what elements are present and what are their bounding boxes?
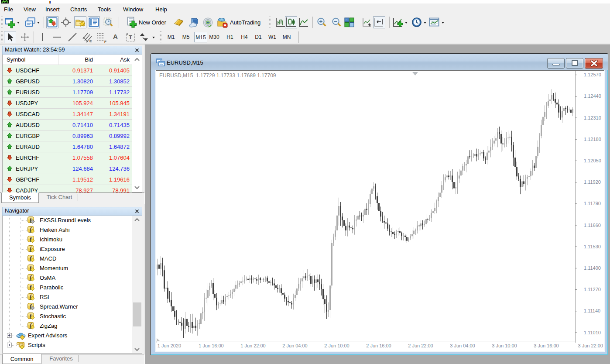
svg-text:F: F <box>104 40 106 43</box>
svg-text:E: E <box>89 39 92 43</box>
svg-text:T: T <box>129 34 132 41</box>
